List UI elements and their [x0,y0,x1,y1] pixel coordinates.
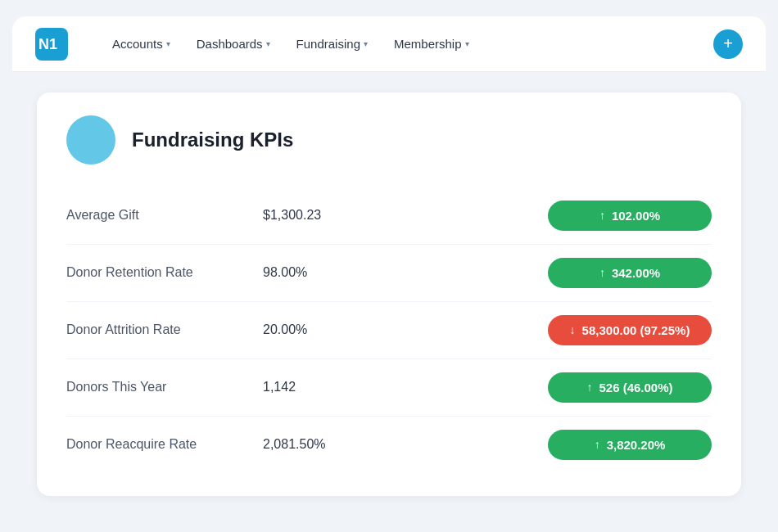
badge-value-donors-this-year: 526 (46.00%) [599,381,672,394]
badge-value-average-gift: 102.00% [612,209,660,223]
main-content: Fundraising KPIs Average Gift $1,300.23 … [12,72,766,516]
badge-value-donor-attrition: 58,300.00 (97.25%) [582,323,690,337]
card-header: Fundraising KPIs [66,115,712,165]
nav-item-dashboards[interactable]: Dashboards ▾ [185,30,282,57]
kpi-row-donors-this-year: Donors This Year 1,142 ↑ 526 (46.00%) [66,359,712,417]
card-icon [66,115,115,165]
kpi-badge-donors-this-year: ↑ 526 (46.00%) [548,372,712,403]
kpi-row-donor-retention: Donor Retention Rate 98.00% ↑ 342.00% [66,245,712,302]
badge-value-donor-retention: 342.00% [612,266,660,280]
nav-links: Accounts ▾ Dashboards ▾ Fundraising ▾ Me… [101,30,687,57]
kpi-label-donor-attrition: Donor Attrition Rate [66,322,263,337]
up-arrow-icon: ↑ [595,438,600,451]
logo[interactable]: N1 [35,28,68,61]
up-arrow-icon: ↑ [599,266,605,279]
navbar: N1 Accounts ▾ Dashboards ▾ Fundraising ▾… [12,16,766,72]
nav-item-membership[interactable]: Membership ▾ [382,30,481,57]
kpi-badge-donor-retention: ↑ 342.00% [548,258,712,288]
chevron-down-icon: ▾ [266,39,270,48]
badge-value-donor-reacquire: 3,820.20% [607,438,666,452]
kpi-value-donor-reacquire: 2,081.50% [263,437,394,452]
svg-text:N1: N1 [38,36,57,52]
nav-item-accounts[interactable]: Accounts ▾ [101,30,182,57]
app-frame: N1 Accounts ▾ Dashboards ▾ Fundraising ▾… [12,16,766,516]
kpi-badge-average-gift: ↑ 102.00% [548,201,712,231]
kpi-value-donor-retention: 98.00% [263,265,394,280]
kpi-label-donors-this-year: Donors This Year [66,380,263,394]
up-arrow-icon: ↑ [586,381,592,394]
nav-label-dashboards: Dashboards [197,37,263,51]
chevron-down-icon: ▾ [166,39,170,48]
kpi-card: Fundraising KPIs Average Gift $1,300.23 … [37,92,741,496]
nav-label-membership: Membership [394,37,462,51]
card-title: Fundraising KPIs [132,128,293,151]
kpi-label-donor-retention: Donor Retention Rate [66,265,263,280]
kpi-badge-donor-attrition: ↓ 58,300.00 (97.25%) [548,315,712,345]
neon-one-logo: N1 [35,28,68,61]
chevron-down-icon: ▾ [364,39,368,48]
up-arrow-icon: ↑ [599,209,605,222]
kpi-row-donor-attrition: Donor Attrition Rate 20.00% ↓ 58,300.00 … [66,302,712,359]
nav-label-fundraising: Fundraising [296,37,360,51]
nav-label-accounts: Accounts [112,37,163,51]
chevron-down-icon: ▾ [465,39,469,48]
kpi-label-donor-reacquire: Donor Reacquire Rate [66,437,263,452]
kpi-row-average-gift: Average Gift $1,300.23 ↑ 102.00% [66,187,712,245]
kpi-value-donors-this-year: 1,142 [263,380,394,394]
down-arrow-icon: ↓ [570,323,576,336]
kpi-value-average-gift: $1,300.23 [263,208,394,223]
add-button[interactable]: + [713,29,743,59]
nav-item-fundraising[interactable]: Fundraising ▾ [285,30,379,57]
kpi-badge-donor-reacquire: ↑ 3,820.20% [548,430,712,460]
kpi-row-donor-reacquire: Donor Reacquire Rate 2,081.50% ↑ 3,820.2… [66,417,712,473]
kpi-value-donor-attrition: 20.00% [263,322,394,337]
kpi-label-average-gift: Average Gift [66,208,263,223]
kpi-list: Average Gift $1,300.23 ↑ 102.00% Donor R… [66,187,712,473]
